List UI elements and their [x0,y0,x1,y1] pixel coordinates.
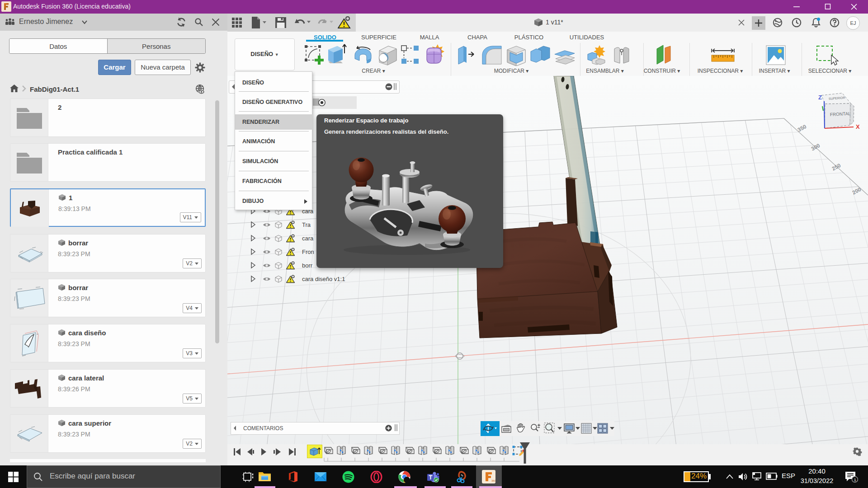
svg-text:360: 360 [491,479,495,482]
svg-text:1: 1 [854,478,856,482]
svg-text:Z: Z [818,94,822,101]
svg-text:X: X [856,123,860,130]
